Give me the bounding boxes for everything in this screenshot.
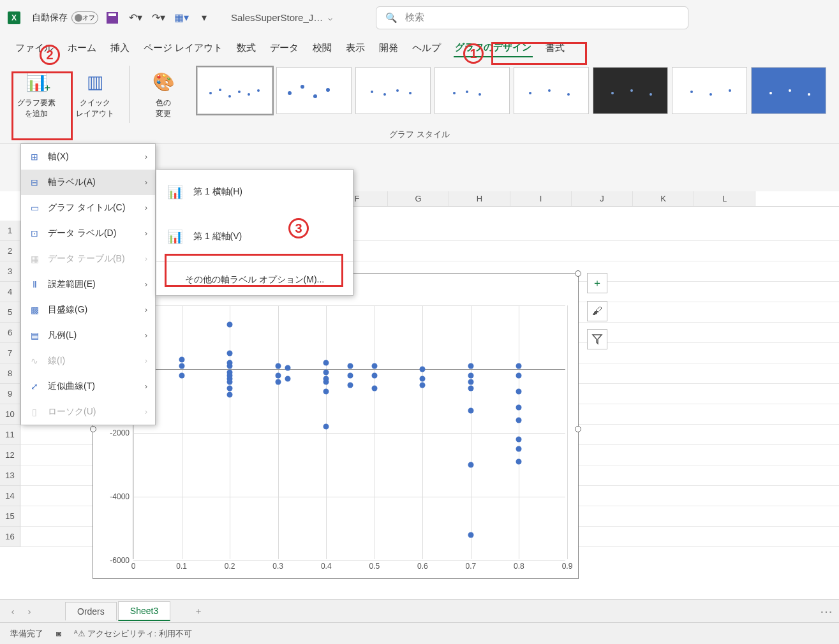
svg-point-22 (529, 92, 531, 94)
svg-point-4 (238, 91, 241, 93)
tab-review[interactable]: 校閲 (311, 40, 333, 57)
sheet-tab-sheet3[interactable]: Sheet3 (118, 601, 170, 621)
row-header[interactable]: 10 (0, 404, 20, 425)
row-header[interactable]: 8 (0, 363, 20, 384)
add-chart-element-button[interactable]: 📊+ グラフ要素 を追加 (11, 66, 61, 124)
chart-style-6[interactable] (593, 67, 668, 114)
quick-layout-button[interactable]: ▥ クイック レイアウト (70, 66, 120, 124)
menu-axis-labels[interactable]: ⊟軸ラベル(A)› (21, 170, 155, 195)
tab-home[interactable]: ホーム (66, 40, 98, 57)
row-header[interactable]: 16 (0, 527, 20, 547)
tab-page-layout[interactable]: ページ レイアウト (142, 40, 224, 57)
search-input[interactable]: 🔍 検索 (376, 6, 688, 29)
submenu-primary-horizontal[interactable]: 📊第 1 横軸(H) (156, 170, 353, 214)
svg-rect-12 (356, 68, 430, 113)
col-header[interactable]: H (449, 191, 510, 206)
tab-formulas[interactable]: 数式 (235, 40, 257, 57)
svg-point-32 (769, 92, 772, 94)
menu-trendline[interactable]: ⤢近似曲線(T)› (21, 374, 155, 399)
menu-data-labels[interactable]: ⊡データ ラベル(D)› (21, 221, 155, 246)
row-headers: 1 2 3 4 5 6 7 8 9 10 11 12 13 14 15 16 (0, 221, 20, 547)
status-accessibility[interactable]: ᴬ⚠ アクセシビリティ: 利用不可 (74, 628, 192, 640)
sheet-more-button[interactable]: ⋯ (819, 604, 834, 619)
sheet-nav-left[interactable]: ‹ (5, 604, 20, 619)
svg-point-6 (257, 89, 260, 92)
menu-chart-title[interactable]: ▭グラフ タイトル(C)› (21, 195, 155, 221)
tab-file[interactable]: ファイル (14, 40, 55, 57)
col-header[interactable]: J (572, 191, 633, 206)
embedded-chart[interactable]: Profit -6000-4000-20000200000.10.20.30.4… (93, 273, 579, 579)
menu-lines: ∿線(I)› (21, 348, 155, 374)
updown-bars-icon: ▯ (29, 406, 40, 418)
row-header[interactable]: 3 (0, 261, 20, 282)
chart-style-4[interactable] (434, 67, 510, 114)
tab-view[interactable]: 表示 (345, 40, 366, 57)
palette-icon: 🎨 (148, 68, 179, 95)
sheet-nav-right[interactable]: › (22, 604, 37, 619)
sheet-tab-orders[interactable]: Orders (65, 602, 117, 620)
tab-help[interactable]: ヘルプ (411, 40, 442, 57)
submenu-primary-vertical[interactable]: 📊第 1 縦軸(V) (156, 214, 353, 259)
chart-style-5[interactable] (514, 67, 589, 114)
svg-point-11 (326, 88, 330, 92)
document-title[interactable]: SalesSuperStore_J…⌵ (231, 12, 332, 23)
tab-data[interactable]: データ (269, 40, 300, 57)
menu-error-bars[interactable]: Ⅱ誤差範囲(E)› (21, 272, 155, 297)
row-header[interactable]: 5 (0, 302, 20, 323)
svg-point-31 (729, 89, 731, 92)
chart-filters-button[interactable] (587, 329, 607, 349)
menu-legend[interactable]: ▤凡例(L)› (21, 323, 155, 348)
row-header[interactable]: 1 (0, 221, 20, 241)
row-header[interactable]: 4 (0, 282, 20, 302)
chart-style-2[interactable] (276, 67, 352, 114)
chart-style-3[interactable] (355, 67, 431, 114)
submenu-more-options[interactable]: その他の軸ラベル オプション(M)... (156, 265, 353, 295)
row-header[interactable]: 7 (0, 343, 20, 363)
save-button[interactable] (103, 9, 121, 27)
gridlines-icon: ▩ (29, 304, 40, 316)
svg-point-34 (808, 93, 810, 96)
addins-button[interactable]: ▦▾ (172, 9, 190, 27)
chart-styles-button[interactable]: 🖌 (587, 301, 607, 321)
svg-point-2 (219, 89, 221, 91)
error-bars-icon: Ⅱ (29, 279, 40, 290)
macro-record-icon[interactable]: ◙ (56, 629, 61, 638)
autosave-toggle[interactable]: オフ (71, 11, 98, 24)
row-header[interactable]: 13 (0, 465, 20, 486)
svg-point-10 (313, 94, 317, 98)
chart-style-1[interactable] (197, 67, 272, 114)
tab-developer[interactable]: 開発 (378, 40, 399, 57)
svg-rect-17 (435, 68, 509, 113)
row-header[interactable]: 14 (0, 486, 20, 506)
qat-customize[interactable]: ▾ (195, 9, 213, 27)
row-header[interactable]: 9 (0, 384, 20, 404)
data-table-icon: ▦ (29, 253, 40, 265)
svg-point-24 (567, 93, 570, 96)
tab-insert[interactable]: 挿入 (109, 40, 131, 57)
svg-point-14 (383, 93, 386, 96)
change-colors-button[interactable]: 🎨 色の 変更 (138, 66, 188, 124)
col-header[interactable]: G (388, 191, 449, 206)
chart-style-7[interactable] (672, 67, 747, 114)
menu-gridlines[interactable]: ▩目盛線(G)› (21, 297, 155, 323)
svg-point-8 (288, 91, 292, 95)
menu-axes[interactable]: ⊞軸(X)› (21, 144, 155, 170)
tab-chart-design[interactable]: グラフのデザイン (454, 39, 533, 57)
chart-elements-button[interactable]: ＋ (587, 273, 607, 293)
chart-styles-gallery (197, 67, 826, 114)
undo-button[interactable]: ↶▾ (126, 9, 144, 27)
row-header[interactable]: 11 (0, 425, 20, 445)
redo-button[interactable]: ↷▾ (149, 9, 167, 27)
sheet-add-button[interactable]: ＋ (191, 604, 206, 619)
row-header[interactable]: 15 (0, 506, 20, 527)
chart-style-8[interactable] (751, 67, 826, 114)
row-header[interactable]: 6 (0, 323, 20, 343)
col-header[interactable]: L (694, 191, 755, 206)
col-header[interactable]: K (633, 191, 694, 206)
chart-styles-label: グラフ スタイル (389, 129, 450, 140)
col-header[interactable]: I (510, 191, 572, 206)
tab-format[interactable]: 書式 (544, 40, 566, 57)
row-header[interactable]: 2 (0, 241, 20, 261)
chart-plot-area[interactable]: -6000-4000-20000200000.10.20.30.40.50.60… (133, 305, 565, 559)
row-header[interactable]: 12 (0, 445, 20, 465)
